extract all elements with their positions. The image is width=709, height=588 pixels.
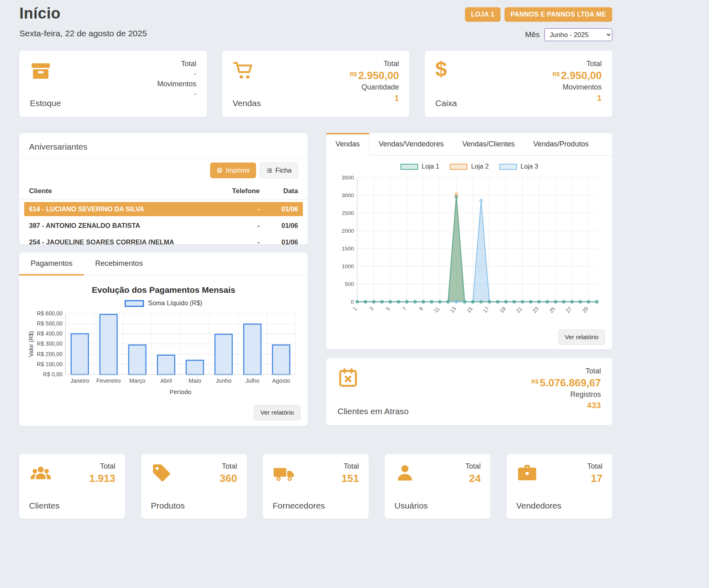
- metric-value: -: [193, 70, 196, 78]
- svg-text:R$ 600,00: R$ 600,00: [37, 311, 63, 317]
- metric-label: Movimentos: [157, 80, 196, 88]
- svg-text:Janeiro: Janeiro: [70, 377, 89, 384]
- current-date: Sexta-feira, 22 de agosto de 2025: [19, 29, 147, 38]
- metric-value: 1: [393, 94, 399, 102]
- sales-tabs: Vendas Vendas/Vendedores Vendas/Clientes…: [326, 133, 612, 156]
- svg-text:R$ 400,00: R$ 400,00: [37, 331, 63, 337]
- company-badge[interactable]: PANNOS E PANNOS LTDA ME: [505, 7, 612, 22]
- svg-text:5: 5: [385, 306, 391, 312]
- fornecedores-card: Total 151 Fornecedores: [263, 454, 369, 519]
- left-column: Aniversariantes Imprimir Ficha: [19, 133, 308, 426]
- birthday-row[interactable]: 614 - LUCIANO SEVERINO DA SILVA - 01/06: [24, 202, 303, 216]
- svg-text:1: 1: [352, 306, 358, 312]
- birthday-row[interactable]: 254 - JAQUELINE SOARES CORREIA (NELMA - …: [24, 235, 303, 244]
- produtos-card: Total 360 Produtos: [141, 454, 247, 519]
- metric-value: 1.913: [89, 473, 115, 484]
- column-data: Data: [260, 187, 298, 195]
- svg-text:21: 21: [515, 306, 523, 314]
- stat-card-estoque: Estoque Total - Movimentos -: [19, 51, 207, 117]
- legend-label: Loja 3: [521, 163, 538, 170]
- metric-label: Total: [181, 60, 196, 68]
- stat-card-vendas: Vendas Total R$2.950,00 Quantidade 1: [222, 51, 410, 117]
- month-select[interactable]: Junho - 2025: [544, 28, 612, 41]
- payments-chart-title: Evolução dos Pagamentos Mensais: [19, 285, 308, 295]
- sales-line-chart: 0500100015002000250030003500135791113151…: [326, 173, 612, 325]
- tab-vendas-clientes[interactable]: Vendas/Clientes: [453, 133, 524, 155]
- metric-label: Total: [586, 367, 601, 375]
- metric-label: Total: [586, 60, 602, 68]
- svg-text:R$ 0,00: R$ 0,00: [43, 371, 63, 377]
- briefcase-icon: [516, 462, 587, 501]
- tab-vendas[interactable]: Vendas: [326, 133, 369, 156]
- print-button[interactable]: Imprimir: [210, 163, 256, 178]
- legend-label: Loja 2: [471, 163, 489, 170]
- payments-report-button[interactable]: Ver relatório: [254, 405, 300, 420]
- birthdays-toolbar: Imprimir Ficha: [19, 158, 308, 183]
- svg-text:3: 3: [368, 306, 375, 312]
- metric-label: Total: [465, 462, 481, 471]
- card-title: Produtos: [151, 501, 220, 511]
- tab-recebimentos[interactable]: Recebimentos: [84, 252, 154, 275]
- sales-panel: Vendas Vendas/Vendedores Vendas/Clientes…: [326, 133, 612, 349]
- birthdays-panel: Aniversariantes Imprimir Ficha: [19, 133, 308, 244]
- card-title: Usuários: [394, 501, 465, 511]
- truck-icon: [273, 462, 342, 501]
- badges: LOJA 1 PANNOS E PANNOS LTDA ME: [465, 7, 612, 22]
- metric-label: Total: [384, 60, 399, 68]
- svg-text:Valor (R$): Valor (R$): [28, 331, 34, 357]
- legend-item: Loja 3: [499, 163, 538, 170]
- svg-text:23: 23: [532, 306, 540, 314]
- payments-chart-legend: Soma Líquido (R$): [19, 300, 308, 307]
- page-title: Início: [19, 5, 147, 22]
- legend-swatch: [450, 164, 467, 170]
- middle-section: Aniversariantes Imprimir Ficha: [19, 133, 612, 426]
- late-total-value: R$5.076.869,67: [531, 377, 601, 388]
- card-title: Clientes: [29, 501, 89, 511]
- store-badge[interactable]: LOJA 1: [465, 7, 500, 22]
- svg-text:1500: 1500: [342, 246, 354, 252]
- usuarios-card: Total 24 Usuários: [385, 454, 490, 519]
- tab-vendas-produtos[interactable]: Vendas/Produtos: [524, 133, 598, 155]
- late-clients-title: Clientes em Atraso: [338, 407, 409, 416]
- payments-panel: Pagamentos Recebimentos Evolução dos Pag…: [19, 252, 308, 426]
- metric-value: 24: [469, 473, 481, 484]
- clientes-card: Total 1.913 Clientes: [19, 454, 125, 519]
- svg-text:7: 7: [401, 306, 408, 312]
- payments-bar-chart: R$ 0,00R$ 100,00R$ 200,00R$ 300,00R$ 400…: [19, 310, 308, 396]
- svg-text:15: 15: [465, 306, 474, 314]
- box-icon: [30, 60, 61, 81]
- metric-label: Total: [222, 462, 237, 471]
- sales-report-button[interactable]: Ver relatório: [558, 329, 605, 345]
- svg-text:500: 500: [345, 281, 354, 287]
- people-icon: [29, 462, 89, 501]
- tab-pagamentos[interactable]: Pagamentos: [19, 252, 84, 275]
- column-cliente: Cliente: [29, 187, 215, 195]
- tag-icon: [151, 462, 220, 501]
- tab-vendas-vendedores[interactable]: Vendas/Vendedores: [369, 133, 453, 155]
- stat-card-title: Vendas: [233, 98, 261, 108]
- legend-swatch: [400, 164, 418, 170]
- svg-text:13: 13: [449, 306, 457, 314]
- birthday-row[interactable]: 387 - ANTONIO ZENALDO BATISTA - 01/06: [24, 219, 303, 233]
- birthdays-title: Aniversariantes: [19, 133, 308, 158]
- month-label: Mês: [525, 30, 540, 39]
- payments-tabs: Pagamentos Recebimentos: [19, 252, 308, 275]
- list-icon: [266, 167, 273, 174]
- svg-text:R$ 100,00: R$ 100,00: [37, 361, 63, 367]
- legend-item: Loja 1: [400, 163, 440, 170]
- dashboard-page: Início Sexta-feira, 22 de agosto de 2025…: [19, 0, 612, 528]
- metric-value: -: [193, 90, 196, 98]
- metric-value: R$2.950,00: [553, 70, 602, 81]
- ficha-button[interactable]: Ficha: [260, 163, 298, 178]
- svg-text:2500: 2500: [342, 210, 354, 216]
- svg-text:Abril: Abril: [160, 377, 172, 384]
- header-right: LOJA 1 PANNOS E PANNOS LTDA ME Mês Junho…: [465, 5, 612, 41]
- legend-swatch: [125, 300, 144, 307]
- legend-label: Soma Líquido (R$): [148, 300, 202, 307]
- legend-item: Loja 2: [450, 163, 489, 170]
- sales-chart-legend: Loja 1Loja 2Loja 3: [326, 163, 612, 170]
- page-header: Início Sexta-feira, 22 de agosto de 2025…: [19, 5, 612, 41]
- svg-text:R$ 200,00: R$ 200,00: [37, 351, 63, 357]
- svg-text:17: 17: [482, 306, 490, 314]
- metric-label: Registros: [570, 390, 601, 399]
